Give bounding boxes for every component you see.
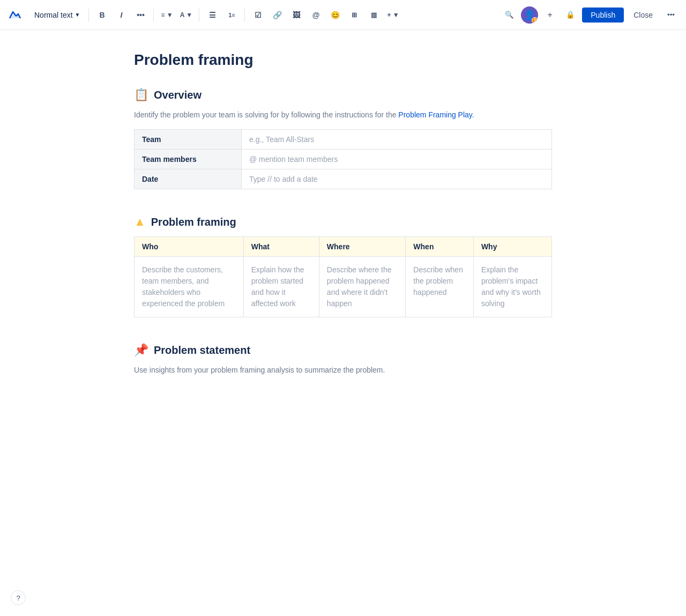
- overview-description: Identify the problem your team is solvin…: [134, 109, 552, 121]
- framing-heading-text: Problem framing: [151, 216, 236, 228]
- link-button[interactable]: 🔗: [269, 6, 286, 24]
- framing-heading: ▲ Problem framing: [134, 215, 552, 229]
- overview-heading: 📋 Overview: [134, 88, 552, 102]
- search-button[interactable]: 🔍: [501, 6, 518, 24]
- insert-icon: + ▼: [387, 11, 399, 19]
- table-value-team[interactable]: e.g., Team All-Stars: [242, 130, 552, 150]
- cell-why[interactable]: Explain the problem's impact and why it'…: [473, 257, 551, 317]
- col-where: Where: [319, 237, 405, 257]
- problem-framing-play-link[interactable]: Problem Framing Play.: [398, 110, 474, 119]
- insert-button[interactable]: + ▼: [384, 6, 401, 24]
- table-label-date: Date: [135, 169, 242, 189]
- statement-emoji: 📌: [134, 343, 148, 357]
- numbered-list-icon: 1≡: [228, 12, 235, 18]
- table-icon: ⊞: [352, 11, 357, 19]
- problem-framing-section: ▲ Problem framing Who What Where When Wh…: [134, 215, 552, 317]
- cell-when[interactable]: Describe when the problem happened: [406, 257, 474, 317]
- col-why: Why: [473, 237, 551, 257]
- align-button[interactable]: ≡ ▼: [158, 6, 175, 24]
- align-icon: ≡ ▼: [161, 11, 173, 19]
- text-color-icon: A ▼: [180, 11, 192, 19]
- cell-where[interactable]: Describe where the problem happened and …: [319, 257, 405, 317]
- table-value-members[interactable]: @ mention team members: [242, 150, 552, 169]
- checkbox-icon: ☑: [255, 11, 262, 19]
- publish-button[interactable]: Publish: [582, 8, 624, 23]
- lock-icon: 🔒: [566, 11, 575, 19]
- framing-table-data-row: Describe the customers, team members, an…: [135, 257, 552, 317]
- cell-what[interactable]: Explain how the problem started and how …: [243, 257, 319, 317]
- statement-description: Use insights from your problem framing a…: [134, 365, 552, 376]
- table-row: Date Type // to add a date: [135, 169, 552, 189]
- emoji-icon: 😊: [331, 11, 340, 19]
- layout-icon: ▥: [371, 11, 377, 19]
- toolbar-right: 🔍 👤 T + 🔒 Publish Close •••: [501, 6, 680, 24]
- italic-button[interactable]: I: [113, 6, 130, 24]
- table-label-members: Team members: [135, 150, 242, 169]
- link-icon: 🔗: [273, 11, 282, 19]
- toolbar-separator-1: [88, 9, 89, 21]
- toolbar-separator-2: [153, 9, 154, 21]
- overview-section: 📋 Overview Identify the problem your tea…: [134, 88, 552, 189]
- more-formatting-button[interactable]: •••: [132, 6, 149, 24]
- toolbar-separator-3: [199, 9, 199, 21]
- statement-heading: 📌 Problem statement: [134, 343, 552, 357]
- image-button[interactable]: 🖼: [288, 6, 305, 24]
- bullet-list-icon: ☰: [209, 11, 216, 19]
- table-label-team: Team: [135, 130, 242, 150]
- plus-icon: +: [548, 10, 553, 20]
- bold-button[interactable]: B: [93, 6, 110, 24]
- col-when: When: [406, 237, 474, 257]
- numbered-list-button[interactable]: 1≡: [223, 6, 240, 24]
- task-button[interactable]: ☑: [249, 6, 266, 24]
- mention-icon: @: [312, 11, 320, 19]
- bullet-list-button[interactable]: ☰: [204, 6, 221, 24]
- emoji-button[interactable]: 😊: [326, 6, 344, 24]
- toolbar: Normal text ▼ B I ••• ≡ ▼ A ▼ ☰ 1≡ ☑ 🔗: [0, 0, 686, 30]
- col-what: What: [243, 237, 319, 257]
- overview-emoji: 📋: [134, 88, 148, 102]
- avatar-badge: T: [532, 17, 538, 24]
- table-button[interactable]: ⊞: [346, 6, 363, 24]
- text-style-dropdown[interactable]: Normal text ▼: [30, 9, 84, 21]
- mention-button[interactable]: @: [307, 6, 324, 24]
- close-button[interactable]: Close: [627, 8, 659, 23]
- text-style-label: Normal text: [34, 11, 73, 19]
- cell-who[interactable]: Describe the customers, team members, an…: [135, 257, 244, 317]
- page-title[interactable]: Problem framing: [134, 51, 552, 69]
- overview-heading-text: Overview: [154, 89, 202, 101]
- statement-heading-text: Problem statement: [154, 344, 250, 357]
- col-who: Who: [135, 237, 244, 257]
- text-color-button[interactable]: A ▼: [177, 6, 195, 24]
- table-value-date[interactable]: Type // to add a date: [242, 169, 552, 189]
- main-content: Problem framing 📋 Overview Identify the …: [102, 30, 584, 444]
- more-options-button[interactable]: •••: [662, 6, 680, 24]
- table-row: Team members @ mention team members: [135, 150, 552, 169]
- logo[interactable]: [6, 6, 24, 24]
- layout-button[interactable]: ▥: [365, 6, 382, 24]
- add-collaborator-button[interactable]: +: [541, 6, 558, 24]
- avatar[interactable]: 👤 T: [521, 6, 538, 24]
- framing-table: Who What Where When Why Describe the cus…: [134, 236, 552, 317]
- chevron-down-icon: ▼: [75, 12, 80, 18]
- overview-desc-prefix: Identify the problem your team is solvin…: [134, 110, 398, 119]
- ellipsis-icon: •••: [137, 11, 145, 19]
- problem-statement-section: 📌 Problem statement Use insights from yo…: [134, 343, 552, 376]
- table-row: Team e.g., Team All-Stars: [135, 130, 552, 150]
- restrictions-button[interactable]: 🔒: [562, 6, 579, 24]
- overview-table: Team e.g., Team All-Stars Team members @…: [134, 129, 552, 189]
- framing-emoji: ▲: [134, 215, 146, 229]
- search-icon: 🔍: [505, 11, 514, 19]
- framing-table-header-row: Who What Where When Why: [135, 237, 552, 257]
- toolbar-separator-4: [244, 9, 245, 21]
- more-options-icon: •••: [667, 11, 675, 19]
- image-icon: 🖼: [293, 11, 300, 19]
